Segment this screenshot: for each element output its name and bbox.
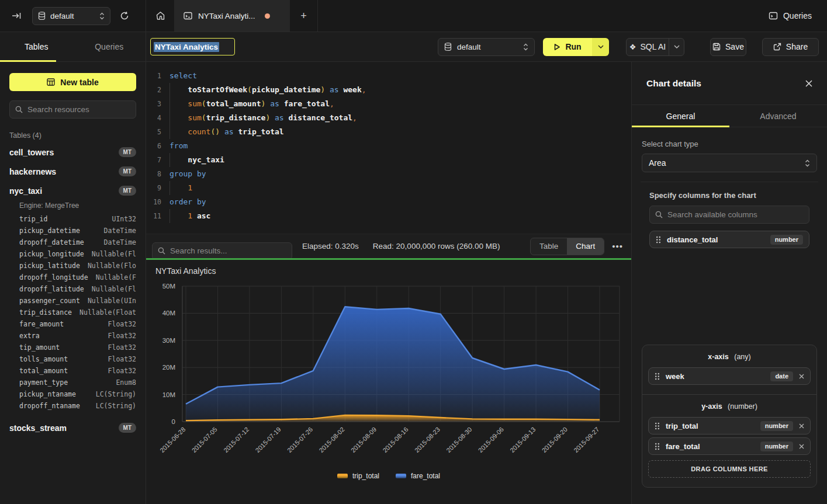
table-row-hackernews[interactable]: hackernewsMT: [9, 162, 136, 181]
queries-shortcut[interactable]: Queries: [769, 0, 827, 32]
editor-line: 9 1: [146, 181, 631, 195]
engine-badge: MT: [119, 186, 136, 196]
y-axis-column-fare_total[interactable]: fare_totalnumber: [648, 437, 811, 455]
tab-general[interactable]: General: [632, 105, 729, 127]
tab-label: NYTaxi Analyti...: [198, 12, 255, 20]
x-axis-hint: (any): [734, 353, 750, 361]
column-row: dropoff_latitudeNullable(Fl: [9, 283, 136, 295]
x-tick-label: 2015-08-30: [445, 426, 473, 454]
column-name: pickup_ntaname: [19, 390, 76, 398]
x-tick-label: 2015-08-02: [317, 426, 345, 454]
legend-item-fare_total[interactable]: fare_total: [396, 472, 440, 480]
column-type: Nullable(Float: [79, 308, 136, 317]
x-tick-label: 2015-08-09: [350, 426, 378, 454]
toolbar-database-value: default: [457, 43, 518, 51]
y-tick-label: 20M: [162, 364, 175, 371]
code-text: select: [169, 69, 197, 83]
sql-ai-options-button[interactable]: [669, 39, 684, 55]
editor-line: 10order by: [146, 195, 631, 209]
y-axis-header: y-axis (number): [648, 402, 811, 411]
code-text: sum(total_amount) as fare_total,: [169, 97, 334, 111]
editor-line: 5 count() as trip_total: [146, 125, 631, 139]
table-row-stocks_stream[interactable]: stocks_streamMT: [9, 418, 136, 437]
tab-nytaxi-analytics[interactable]: NYTaxi Analyti...: [174, 0, 290, 32]
column-search-input[interactable]: [667, 210, 804, 219]
close-icon[interactable]: [805, 79, 813, 88]
query-title-selected-text: NYTaxi Analytics: [154, 42, 219, 52]
column-row: trip_distanceNullable(Float: [9, 307, 136, 318]
remove-column-icon[interactable]: [799, 444, 804, 449]
y-axis-hint: (number): [728, 402, 757, 411]
area-chart[interactable]: 010M20M30M40M50M2015-06-282015-07-052015…: [146, 280, 630, 467]
tab-bar: NYTaxi Analyti... + Queries: [146, 0, 827, 32]
editor-column: 1select2 toStartOfWeek(pickup_datetime) …: [146, 62, 631, 504]
view-toggle-table[interactable]: Table: [531, 238, 567, 255]
x-axis-column-week[interactable]: weekdate: [648, 367, 811, 385]
collapse-sidebar-icon[interactable]: [12, 11, 22, 20]
run-options-button[interactable]: [592, 38, 609, 56]
new-table-button[interactable]: New table: [9, 73, 136, 91]
remove-column-icon[interactable]: [799, 423, 804, 429]
line-number: 2: [146, 83, 161, 97]
toolbar-database-selector[interactable]: default: [438, 38, 535, 56]
save-button[interactable]: Save: [710, 38, 746, 56]
view-toggle-chart[interactable]: Chart: [567, 238, 604, 255]
chart-type-value: Area: [649, 158, 666, 168]
available-column-distance_total[interactable]: distance_totalnumber: [649, 231, 809, 248]
line-number: 8: [146, 167, 161, 181]
chart-type-select[interactable]: Area: [642, 154, 817, 172]
column-type-badge: number: [760, 421, 793, 431]
columns-section-label: Specify columns for the chart: [649, 191, 817, 200]
editor-line: 3 sum(total_amount) as fare_total,: [146, 97, 631, 111]
sql-ai-button[interactable]: ❖ SQL AI: [627, 42, 669, 51]
line-number: 10: [146, 195, 161, 209]
chart-details-panel: Chart details General Advanced Select ch…: [631, 62, 827, 504]
play-icon: [553, 43, 560, 51]
active-tab-underline: [0, 60, 56, 62]
sql-editor[interactable]: 1select2 toStartOfWeek(pickup_datetime) …: [146, 62, 631, 234]
search-icon: [655, 211, 663, 218]
table-row-nyc_taxi[interactable]: nyc_taxiMT: [9, 181, 136, 200]
sidebar-tab-queries[interactable]: Queries: [73, 32, 146, 61]
column-name: extra: [19, 332, 40, 340]
database-selector[interactable]: default: [32, 7, 110, 25]
home-tab[interactable]: [146, 0, 174, 32]
code-text: 1 asc: [169, 209, 210, 223]
x-tick-label: 2015-07-19: [254, 426, 282, 454]
plus-icon: +: [300, 10, 307, 22]
remove-column-icon[interactable]: [799, 374, 804, 379]
y-axis-column-trip_total[interactable]: trip_totalnumber: [648, 417, 811, 435]
column-row: tolls_amountFloat32: [9, 353, 136, 365]
code-text: order by: [169, 195, 206, 209]
x-tick-label: 2015-09-27: [572, 426, 600, 454]
column-name: pickup_latitude: [19, 262, 80, 270]
tab-advanced[interactable]: Advanced: [729, 105, 827, 127]
chart-title: NYTaxi Analytics: [146, 260, 631, 280]
run-button[interactable]: Run: [543, 38, 592, 56]
run-button-group: Run: [543, 38, 609, 56]
chip-column-name: fare_total: [666, 442, 755, 451]
column-row: passenger_countNullable(UIn: [9, 295, 136, 307]
run-label: Run: [565, 42, 581, 51]
chart-legend: trip_totalfare_total: [146, 467, 631, 485]
sidebar-tab-tables[interactable]: Tables: [0, 32, 73, 61]
line-number: 7: [146, 153, 161, 167]
editor-line: 8group by: [146, 167, 631, 181]
column-type: Enum8: [116, 378, 136, 387]
column-name: pickup_datetime: [19, 227, 80, 235]
table-row-cell_towers[interactable]: cell_towersMT: [9, 142, 136, 162]
editor-line: 1select: [146, 69, 631, 83]
new-tab-button[interactable]: +: [290, 0, 318, 32]
resource-search-input[interactable]: [27, 105, 131, 114]
legend-item-trip_total[interactable]: trip_total: [337, 472, 379, 480]
query-title-input[interactable]: NYTaxi Analytics: [150, 38, 235, 55]
editor-line: 4 sum(trip_distance) as distance_total,: [146, 111, 631, 125]
share-button[interactable]: Share: [762, 38, 819, 56]
results-search-input[interactable]: [170, 246, 286, 255]
table-name: nyc_taxi: [9, 186, 42, 196]
drag-columns-dropzone[interactable]: DRAG COLUMNS HERE: [648, 460, 811, 478]
queries-label: Queries: [783, 11, 812, 20]
refresh-icon[interactable]: [120, 11, 129, 20]
line-number: 11: [146, 209, 161, 223]
more-options-icon[interactable]: •••: [612, 241, 623, 251]
